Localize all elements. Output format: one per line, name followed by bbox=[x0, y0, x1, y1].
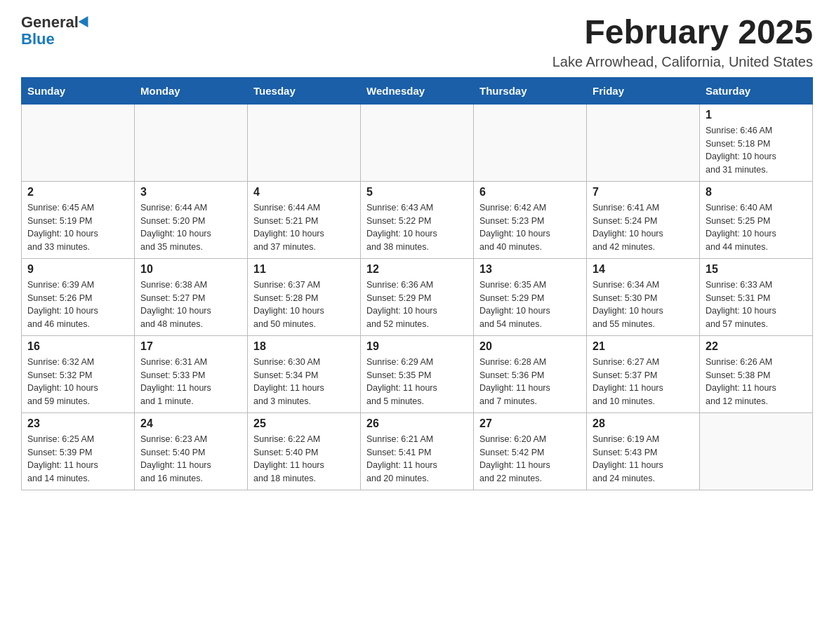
day-info: Sunrise: 6:39 AMSunset: 5:26 PMDaylight:… bbox=[27, 279, 128, 331]
day-info: Sunrise: 6:40 AMSunset: 5:25 PMDaylight:… bbox=[706, 201, 807, 254]
day-info: Sunrise: 6:44 AMSunset: 5:21 PMDaylight:… bbox=[253, 201, 355, 254]
day-number: 3 bbox=[140, 186, 241, 199]
logo: General Blue bbox=[21, 14, 91, 48]
day-info: Sunrise: 6:27 AMSunset: 5:37 PMDaylight:… bbox=[593, 356, 694, 408]
day-info: Sunrise: 6:25 AMSunset: 5:39 PMDaylight:… bbox=[27, 433, 128, 485]
day-number: 28 bbox=[593, 417, 694, 430]
day-number: 4 bbox=[253, 186, 355, 199]
calendar-cell: 7Sunrise: 6:41 AMSunset: 5:24 PMDaylight… bbox=[587, 181, 700, 258]
calendar-week-row: 9Sunrise: 6:39 AMSunset: 5:26 PMDaylight… bbox=[22, 258, 813, 335]
calendar-cell: 19Sunrise: 6:29 AMSunset: 5:35 PMDayligh… bbox=[361, 335, 474, 412]
day-number: 16 bbox=[27, 340, 128, 353]
day-number: 25 bbox=[253, 417, 355, 430]
day-info: Sunrise: 6:37 AMSunset: 5:28 PMDaylight:… bbox=[253, 279, 355, 331]
calendar-header-row: SundayMondayTuesdayWednesdayThursdayFrid… bbox=[22, 77, 813, 104]
calendar-cell: 20Sunrise: 6:28 AMSunset: 5:36 PMDayligh… bbox=[474, 335, 587, 412]
day-number: 12 bbox=[366, 263, 468, 276]
calendar-cell: 28Sunrise: 6:19 AMSunset: 5:43 PMDayligh… bbox=[587, 412, 700, 490]
day-info: Sunrise: 6:32 AMSunset: 5:32 PMDaylight:… bbox=[27, 356, 128, 408]
day-number: 27 bbox=[479, 417, 581, 430]
day-info: Sunrise: 6:35 AMSunset: 5:29 PMDaylight:… bbox=[479, 279, 581, 331]
day-info: Sunrise: 6:26 AMSunset: 5:38 PMDaylight:… bbox=[706, 356, 807, 408]
day-number: 5 bbox=[366, 186, 468, 199]
calendar-cell: 16Sunrise: 6:32 AMSunset: 5:32 PMDayligh… bbox=[22, 335, 135, 412]
calendar-table: SundayMondayTuesdayWednesdayThursdayFrid… bbox=[21, 77, 813, 490]
day-info: Sunrise: 6:44 AMSunset: 5:20 PMDaylight:… bbox=[140, 201, 241, 254]
day-info: Sunrise: 6:22 AMSunset: 5:40 PMDaylight:… bbox=[253, 433, 355, 485]
calendar-cell: 13Sunrise: 6:35 AMSunset: 5:29 PMDayligh… bbox=[474, 258, 587, 335]
day-info: Sunrise: 6:36 AMSunset: 5:29 PMDaylight:… bbox=[366, 279, 468, 331]
day-number: 23 bbox=[27, 417, 128, 430]
calendar-week-row: 2Sunrise: 6:45 AMSunset: 5:19 PMDaylight… bbox=[22, 181, 813, 258]
weekday-header-friday: Friday bbox=[587, 77, 700, 104]
logo-triangle-icon bbox=[79, 16, 93, 30]
day-info: Sunrise: 6:45 AMSunset: 5:19 PMDaylight:… bbox=[27, 201, 128, 254]
calendar-cell bbox=[248, 104, 361, 181]
calendar-cell: 15Sunrise: 6:33 AMSunset: 5:31 PMDayligh… bbox=[700, 258, 813, 335]
day-number: 7 bbox=[593, 186, 694, 199]
day-number: 1 bbox=[706, 109, 807, 121]
day-number: 6 bbox=[479, 186, 581, 199]
day-number: 14 bbox=[593, 263, 694, 276]
day-info: Sunrise: 6:30 AMSunset: 5:34 PMDaylight:… bbox=[253, 356, 355, 408]
day-number: 26 bbox=[366, 417, 468, 430]
day-number: 21 bbox=[593, 340, 694, 353]
calendar-cell: 2Sunrise: 6:45 AMSunset: 5:19 PMDaylight… bbox=[22, 181, 135, 258]
calendar-cell: 17Sunrise: 6:31 AMSunset: 5:33 PMDayligh… bbox=[135, 335, 248, 412]
logo-general-line: General bbox=[21, 14, 91, 31]
calendar-cell: 10Sunrise: 6:38 AMSunset: 5:27 PMDayligh… bbox=[135, 258, 248, 335]
day-number: 19 bbox=[366, 340, 468, 353]
day-number: 9 bbox=[27, 263, 128, 276]
weekday-header-thursday: Thursday bbox=[474, 77, 587, 104]
calendar-cell: 9Sunrise: 6:39 AMSunset: 5:26 PMDaylight… bbox=[22, 258, 135, 335]
calendar-cell: 11Sunrise: 6:37 AMSunset: 5:28 PMDayligh… bbox=[248, 258, 361, 335]
calendar-cell: 6Sunrise: 6:42 AMSunset: 5:23 PMDaylight… bbox=[474, 181, 587, 258]
calendar-week-row: 23Sunrise: 6:25 AMSunset: 5:39 PMDayligh… bbox=[22, 412, 813, 490]
day-info: Sunrise: 6:29 AMSunset: 5:35 PMDaylight:… bbox=[366, 356, 468, 408]
day-info: Sunrise: 6:46 AMSunset: 5:18 PMDaylight:… bbox=[706, 124, 807, 177]
day-number: 17 bbox=[140, 340, 241, 353]
calendar-cell: 23Sunrise: 6:25 AMSunset: 5:39 PMDayligh… bbox=[22, 412, 135, 490]
calendar-cell: 5Sunrise: 6:43 AMSunset: 5:22 PMDaylight… bbox=[361, 181, 474, 258]
day-info: Sunrise: 6:23 AMSunset: 5:40 PMDaylight:… bbox=[140, 433, 241, 485]
day-info: Sunrise: 6:21 AMSunset: 5:41 PMDaylight:… bbox=[366, 433, 468, 485]
calendar-cell: 27Sunrise: 6:20 AMSunset: 5:42 PMDayligh… bbox=[474, 412, 587, 490]
day-info: Sunrise: 6:38 AMSunset: 5:27 PMDaylight:… bbox=[140, 279, 241, 331]
weekday-header-sunday: Sunday bbox=[22, 77, 135, 104]
day-number: 24 bbox=[140, 417, 241, 430]
day-number: 10 bbox=[140, 263, 241, 276]
calendar-cell: 3Sunrise: 6:44 AMSunset: 5:20 PMDaylight… bbox=[135, 181, 248, 258]
calendar-cell: 21Sunrise: 6:27 AMSunset: 5:37 PMDayligh… bbox=[587, 335, 700, 412]
day-number: 2 bbox=[27, 186, 128, 199]
calendar-cell bbox=[361, 104, 474, 181]
calendar-cell: 22Sunrise: 6:26 AMSunset: 5:38 PMDayligh… bbox=[700, 335, 813, 412]
weekday-header-saturday: Saturday bbox=[700, 77, 813, 104]
day-number: 15 bbox=[706, 263, 807, 276]
calendar-cell: 4Sunrise: 6:44 AMSunset: 5:21 PMDaylight… bbox=[248, 181, 361, 258]
weekday-header-monday: Monday bbox=[135, 77, 248, 104]
day-number: 11 bbox=[253, 263, 355, 276]
day-info: Sunrise: 6:28 AMSunset: 5:36 PMDaylight:… bbox=[479, 356, 581, 408]
calendar-cell bbox=[474, 104, 587, 181]
weekday-header-wednesday: Wednesday bbox=[361, 77, 474, 104]
day-info: Sunrise: 6:41 AMSunset: 5:24 PMDaylight:… bbox=[593, 201, 694, 254]
weekday-header-tuesday: Tuesday bbox=[248, 77, 361, 104]
calendar-cell: 1Sunrise: 6:46 AMSunset: 5:18 PMDaylight… bbox=[700, 104, 813, 181]
calendar-cell: 24Sunrise: 6:23 AMSunset: 5:40 PMDayligh… bbox=[135, 412, 248, 490]
calendar-cell: 14Sunrise: 6:34 AMSunset: 5:30 PMDayligh… bbox=[587, 258, 700, 335]
calendar-week-row: 16Sunrise: 6:32 AMSunset: 5:32 PMDayligh… bbox=[22, 335, 813, 412]
calendar-cell bbox=[135, 104, 248, 181]
day-info: Sunrise: 6:34 AMSunset: 5:30 PMDaylight:… bbox=[593, 279, 694, 331]
title-block: February 2025 Lake Arrowhead, California… bbox=[552, 14, 813, 70]
calendar-cell: 12Sunrise: 6:36 AMSunset: 5:29 PMDayligh… bbox=[361, 258, 474, 335]
day-number: 18 bbox=[253, 340, 355, 353]
day-number: 8 bbox=[706, 186, 807, 199]
day-number: 20 bbox=[479, 340, 581, 353]
calendar-week-row: 1Sunrise: 6:46 AMSunset: 5:18 PMDaylight… bbox=[22, 104, 813, 181]
logo-blue-text: Blue bbox=[21, 30, 55, 48]
day-number: 22 bbox=[706, 340, 807, 353]
day-info: Sunrise: 6:19 AMSunset: 5:43 PMDaylight:… bbox=[593, 433, 694, 485]
month-title: February 2025 bbox=[552, 14, 813, 51]
location-subtitle: Lake Arrowhead, California, United State… bbox=[552, 54, 813, 70]
calendar-cell: 25Sunrise: 6:22 AMSunset: 5:40 PMDayligh… bbox=[248, 412, 361, 490]
